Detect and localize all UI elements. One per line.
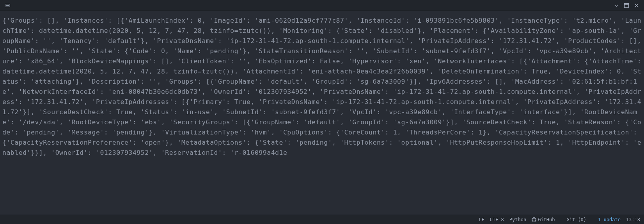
status-github[interactable]: GitHub: [532, 217, 555, 222]
package-icon: [592, 217, 596, 222]
status-git[interactable]: Git (0): [561, 217, 587, 222]
chevron-down-icon[interactable]: [612, 2, 621, 9]
status-language[interactable]: Python: [509, 217, 526, 222]
close-icon[interactable]: [632, 2, 641, 9]
update-label: 1 update: [598, 217, 621, 222]
svg-rect-5: [6, 5, 9, 6]
status-time: 13:18: [626, 217, 640, 222]
github-label: GitHub: [538, 217, 555, 222]
svg-rect-3: [7, 5, 8, 5]
status-line-ending[interactable]: LF: [479, 217, 484, 222]
maximize-icon[interactable]: [622, 2, 631, 9]
git-branch-icon: [561, 217, 565, 222]
status-update[interactable]: 1 update: [592, 217, 621, 222]
status-encoding[interactable]: UTF-8: [490, 217, 504, 222]
svg-rect-7: [624, 3, 629, 4]
toolbar: [0, 0, 644, 11]
svg-rect-4: [8, 5, 9, 5]
svg-rect-1: [6, 5, 6, 5]
github-icon: [532, 217, 536, 222]
keyboard-icon[interactable]: [3, 2, 12, 9]
svg-rect-8: [593, 219, 596, 222]
git-label: Git (0): [567, 217, 587, 222]
svg-rect-2: [7, 5, 7, 5]
toolbar-left: [3, 2, 12, 9]
statusbar: LF UTF-8 Python GitHub Git (0) 1 update …: [0, 215, 644, 224]
toolbar-right: [612, 2, 641, 9]
console-output[interactable]: {'Groups': [], 'Instances': [{'AmiLaunch…: [0, 11, 644, 163]
